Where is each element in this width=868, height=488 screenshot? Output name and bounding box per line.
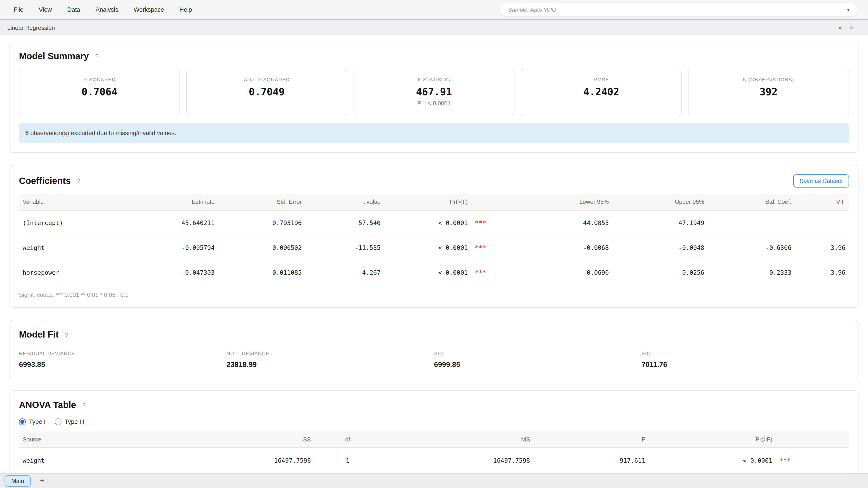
fit-label: AIC xyxy=(434,351,642,356)
col-signif xyxy=(471,194,508,210)
cell-std-coef: -0.6306 xyxy=(708,235,795,260)
menu-analysis[interactable]: Analysis xyxy=(96,6,119,13)
cell-ms: 16497.7598 xyxy=(381,448,534,473)
cell-lower-95: -0.0690 xyxy=(508,260,612,285)
stat-label: R-SQUARED xyxy=(84,77,116,82)
col-upper-95: Upper 95% xyxy=(612,194,708,210)
help-icon[interactable]: ? xyxy=(95,53,98,60)
cell-t-value: -11.535 xyxy=(305,235,384,260)
cell-upper-95: 47.1949 xyxy=(612,210,708,235)
col-source: Source xyxy=(19,431,185,448)
radio-unchecked-icon[interactable] xyxy=(55,418,61,425)
vertical-scrollbar[interactable] xyxy=(864,20,864,473)
menu-workspace[interactable]: Workspace xyxy=(133,6,164,13)
cell-estimate: -0.047303 xyxy=(139,260,218,285)
fit-null-deviance: NULL DEVIANCE 23818.99 xyxy=(226,351,434,369)
anova-type-options: Type I Type III xyxy=(19,418,849,425)
add-tab-icon[interactable]: + xyxy=(849,23,855,33)
radio-checked-icon[interactable] xyxy=(19,418,26,425)
col-t-value: t value xyxy=(305,194,384,210)
model-summary-title: Model Summary xyxy=(19,51,89,61)
col-lower-95: Lower 95% xyxy=(508,194,612,210)
cell-lower-95: -0.0068 xyxy=(508,235,612,260)
stat-card-rmse: RMSE 4.2402 xyxy=(521,69,682,116)
stat-value: 4.2402 xyxy=(583,86,619,98)
col-variable: Variable xyxy=(19,194,139,210)
fit-label: RESIDUAL DEVIANCE xyxy=(19,351,226,356)
fit-value: 23818.99 xyxy=(226,361,434,369)
menu-file[interactable]: File xyxy=(13,6,24,13)
stat-card-f-statistic: F-STATISTIC 467.91 P = < 0.0001 xyxy=(353,69,515,116)
stat-value: 392 xyxy=(760,86,778,98)
bottom-tab-main[interactable]: Main xyxy=(4,475,31,486)
fit-residual-deviance: RESIDUAL DEVIANCE 6993.85 xyxy=(19,351,226,369)
cell-vif: 3.96 xyxy=(795,260,849,285)
menu-view[interactable]: View xyxy=(39,6,52,13)
table-row: (Intercept) 45.640211 0.793196 57.540 < … xyxy=(19,210,849,235)
cell-std-error: 0.011085 xyxy=(218,260,305,285)
menu-bar: File View Data Analysis Workspace Help S… xyxy=(0,0,868,20)
model-summary-section: Model Summary ? R-SQUARED 0.7064 ADJ. R-… xyxy=(9,41,859,153)
fit-value: 6999.85 xyxy=(434,361,642,369)
stat-value: 467.91 xyxy=(416,86,452,98)
menu-items: File View Data Analysis Workspace Help xyxy=(0,6,192,13)
anova-title: ANOVA Table xyxy=(19,400,76,410)
tab-linear-regression[interactable]: Linear Regression xyxy=(0,24,838,31)
add-worksheet-icon[interactable]: + xyxy=(40,476,44,485)
col-df: df xyxy=(314,431,381,448)
cell-signif-stars: *** xyxy=(471,210,508,235)
stat-label: RMSE xyxy=(594,77,609,82)
help-icon[interactable]: ? xyxy=(65,331,68,338)
cell-variable: (Intercept) xyxy=(19,210,139,235)
stat-card-r-squared: R-SQUARED 0.7064 xyxy=(19,69,180,116)
cell-f: 917.611 xyxy=(534,448,649,473)
col-ms: MS xyxy=(381,431,534,448)
col-vif: VIF xyxy=(795,194,849,210)
menu-data[interactable]: Data xyxy=(67,6,80,13)
help-icon[interactable]: ? xyxy=(77,177,80,184)
col-std-error: Std. Error xyxy=(218,194,305,210)
coefficients-title: Coefficients xyxy=(19,176,71,186)
cell-signif-stars: *** xyxy=(471,235,508,260)
save-as-dataset-button[interactable]: Save as Dataset xyxy=(793,174,849,188)
coefficients-section: Coefficients ? Save as Dataset Variable … xyxy=(9,165,859,308)
dataset-selector[interactable]: Sample: Auto MPG ▼ xyxy=(500,3,858,17)
menu-help[interactable]: Help xyxy=(180,6,192,13)
cell-estimate: -0.005794 xyxy=(139,235,218,260)
anova-header-row: Source SS df MS F Pr(>F) xyxy=(19,431,849,448)
cell-std-error: 0.793196 xyxy=(218,210,305,235)
col-pr-f: Pr(>F) xyxy=(649,431,776,448)
content-area: Model Summary ? R-SQUARED 0.7064 ADJ. R-… xyxy=(0,35,868,473)
table-row: weight -0.005794 0.000502 -11.535 < 0.00… xyxy=(19,235,849,260)
cell-source: weight xyxy=(19,448,185,473)
tab-bar: Linear Regression × + xyxy=(0,20,868,36)
stat-label: F-STATISTIC xyxy=(418,77,450,82)
signif-codes-note: Signif. codes: *** 0.001 ** 0.01 * 0.05 … xyxy=(19,291,849,298)
coefficients-header-row: Variable Estimate Std. Error t value Pr(… xyxy=(19,194,849,210)
col-p-value: Pr(>|t|) xyxy=(384,194,471,210)
cell-vif xyxy=(795,210,849,235)
fit-value: 7011.76 xyxy=(642,361,849,369)
chevron-down-icon: ▼ xyxy=(846,7,858,12)
cell-variable: horsepower xyxy=(19,260,139,285)
col-ss: SS xyxy=(185,431,314,448)
table-row: horsepower -0.047303 0.011085 -4.267 < 0… xyxy=(19,260,849,285)
radio-type-i[interactable]: Type I xyxy=(19,418,46,425)
anova-table: Source SS df MS F Pr(>F) weight 16497.75… xyxy=(19,431,849,473)
model-fit-title: Model Fit xyxy=(19,329,59,340)
fit-label: NULL DEVIANCE xyxy=(226,351,434,356)
cell-upper-95: -0.0048 xyxy=(612,235,708,260)
radio-type-iii[interactable]: Type III xyxy=(55,418,85,425)
summary-stats: R-SQUARED 0.7064 ADJ. R-SQUARED 0.7049 F… xyxy=(19,69,849,116)
stat-value: 0.7049 xyxy=(249,86,285,98)
help-icon[interactable]: ? xyxy=(83,402,86,409)
cell-df: 1 xyxy=(314,448,381,473)
coefficients-table: Variable Estimate Std. Error t value Pr(… xyxy=(19,194,849,285)
fit-aic: AIC 6999.85 xyxy=(434,351,642,369)
fit-value: 6993.85 xyxy=(19,361,226,369)
cell-pr-f: < 0.0001 xyxy=(649,448,776,473)
stat-card-adj-r-squared: ADJ. R-SQUARED 0.7049 xyxy=(186,69,347,116)
cell-std-coef: -0.2333 xyxy=(708,260,795,285)
model-fit-stats: RESIDUAL DEVIANCE 6993.85 NULL DEVIANCE … xyxy=(19,351,849,369)
close-icon[interactable]: × xyxy=(838,24,842,32)
